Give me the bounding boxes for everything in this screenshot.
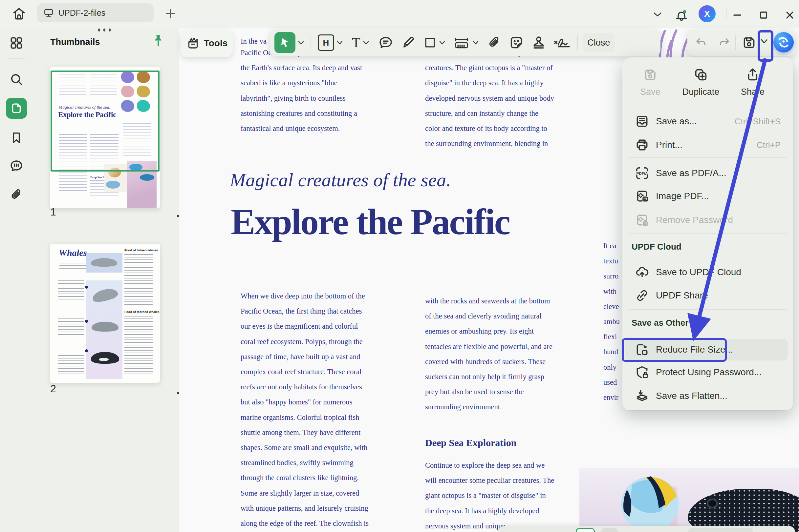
save-as-icon [635, 114, 649, 129]
doc-intro-col2: ocean, we will encounter some peculiarcr… [425, 45, 554, 151]
stamp-tool-button[interactable] [531, 35, 546, 50]
pen-tool-button[interactable] [401, 35, 416, 50]
title-bar: UPDF-2-files X [0, 0, 799, 28]
toolbar-divider-2 [577, 35, 578, 50]
grid-icon [9, 36, 24, 50]
tools-button[interactable]: Tools [181, 30, 233, 57]
link-icon [635, 288, 649, 303]
shape-tool-button[interactable] [423, 36, 437, 49]
select-tool-dropdown[interactable] [297, 40, 305, 45]
ai-assistant-button[interactable] [774, 32, 794, 53]
redo-button[interactable] [718, 36, 731, 49]
undo-button[interactable] [695, 36, 708, 49]
toolbar-divider [311, 35, 311, 50]
pin-icon [151, 34, 165, 48]
new-tab-button[interactable] [164, 7, 177, 20]
menu-item-updf-share[interactable]: UPDF Share [622, 284, 793, 307]
pin-panel-button[interactable] [151, 34, 165, 48]
text-tool-button[interactable]: T [352, 35, 360, 51]
menu-section-updf-cloud: UPDF Cloud [632, 242, 682, 252]
minimize-icon [731, 9, 743, 21]
menu-item-save-as[interactable]: Save as... Ctrl+Shift+S [622, 110, 793, 133]
sidebar-item-search[interactable] [6, 69, 27, 90]
comment-bubble-icon [378, 35, 393, 50]
maximize-button[interactable] [758, 9, 769, 21]
menu-share-action[interactable]: Share [728, 67, 777, 97]
notifications-button[interactable] [674, 8, 689, 22]
page-controls-bar[interactable] [498, 526, 795, 532]
menu-duplicate-action[interactable]: Duplicate [676, 67, 725, 97]
user-avatar[interactable]: X [698, 5, 715, 22]
search-icon [9, 72, 24, 87]
close-label: Close [587, 38, 610, 48]
duplicate-icon [693, 67, 708, 82]
doc-intro-col1: Pacific Ocean occupies about one-third o… [241, 45, 365, 136]
cursor-icon [280, 37, 290, 48]
save-as-pdfa-label: Save as PDF/A... [656, 168, 726, 178]
paperclip-icon [10, 188, 23, 202]
page-number-2: 2 [50, 383, 56, 395]
measure-tool-dropdown[interactable] [472, 40, 479, 45]
image-pdf-label: Image PDF... [656, 191, 709, 202]
updf-share-label: UPDF Share [656, 290, 708, 301]
thumbnails-panel: Thumbnails Magical creatures of the sea.… [33, 28, 179, 532]
remove-password-icon [635, 213, 649, 227]
save-as-shortcut: Ctrl+Shift+S [735, 116, 781, 127]
annotation-box-dropdown [758, 30, 774, 62]
menu-item-save-to-cloud[interactable]: Save to UPDF Cloud [622, 261, 793, 284]
document-tab[interactable]: UPDF-2-files [37, 3, 153, 22]
text-tool-dropdown[interactable] [362, 40, 370, 45]
close-window-button[interactable] [784, 9, 796, 21]
page-icon [10, 102, 23, 115]
bookmark-icon [10, 131, 23, 144]
remove-password-label: Remove Password [656, 215, 733, 225]
shape-tool-dropdown[interactable] [439, 40, 446, 45]
heading-tool-button[interactable]: H [318, 35, 334, 51]
heading-tool-dropdown[interactable] [336, 40, 343, 45]
save-to-cloud-label: Save to UPDF Cloud [656, 267, 741, 278]
save-button[interactable] [741, 35, 757, 51]
cloud-upload-icon [635, 265, 649, 280]
home-button[interactable] [12, 6, 26, 21]
sticker-tool-button[interactable] [509, 35, 524, 50]
page-control-green-button[interactable] [576, 528, 595, 532]
titlebar-divider [726, 8, 726, 20]
avatar-initial: X [704, 9, 710, 19]
doc-title: Explore the Pacific [231, 201, 509, 243]
sidebar-item-apps[interactable] [6, 33, 27, 54]
page-control-grey-button[interactable] [601, 528, 618, 532]
doc-body-col2b: Continue to explore the deep sea and wew… [425, 458, 554, 532]
fish-photo [579, 468, 799, 532]
menu-item-print[interactable]: Print... Ctrl+P [622, 133, 793, 156]
page-thumbnail-1[interactable]: Magical creatures of the sea. Explore th… [50, 66, 160, 208]
pdfa-icon-text: PDF/A [636, 171, 648, 175]
select-tool-button[interactable] [274, 32, 295, 53]
share-action-label: Share [741, 87, 764, 97]
page-control-pill[interactable] [688, 528, 753, 532]
signature-tool-button[interactable] [553, 35, 571, 50]
close-document-button[interactable]: Close [583, 33, 615, 52]
sidebar-item-thumbnails[interactable] [6, 98, 27, 119]
plus-icon [164, 7, 177, 20]
print-shortcut: Ctrl+P [757, 140, 781, 150]
menu-item-save-as-flatten[interactable]: Save as Flatten... [622, 384, 793, 407]
titlebar-collapse-button[interactable] [652, 11, 663, 18]
attach-tool-button[interactable] [487, 35, 502, 50]
menu-item-save-as-pdfa[interactable]: PDF/A Save as PDF/A... [622, 162, 793, 185]
comment-tool-button[interactable] [378, 35, 393, 50]
page-number-1: 1 [50, 206, 56, 218]
thumb2-heading2: Food of toothed whales [124, 310, 160, 314]
minimize-button[interactable] [731, 9, 743, 21]
menu-item-protect-password[interactable]: Protect Using Password... [622, 361, 793, 384]
sidebar-item-bookmarks[interactable] [6, 127, 27, 148]
comment-icon [9, 159, 24, 173]
menu-item-remove-password: Remove Password [622, 209, 793, 231]
redo-icon [718, 36, 731, 49]
sidebar-item-comments[interactable] [6, 155, 27, 176]
menu-item-image-pdf[interactable]: Image PDF... [622, 185, 793, 208]
sidebar-item-attachments[interactable] [6, 184, 27, 205]
panel-drag-handle[interactable] [98, 28, 111, 32]
measure-tool-button[interactable] [453, 35, 470, 50]
t-glyph: T [352, 35, 360, 51]
page-thumbnail-2[interactable]: Whales Food of baleen whales Food of too… [50, 244, 160, 383]
